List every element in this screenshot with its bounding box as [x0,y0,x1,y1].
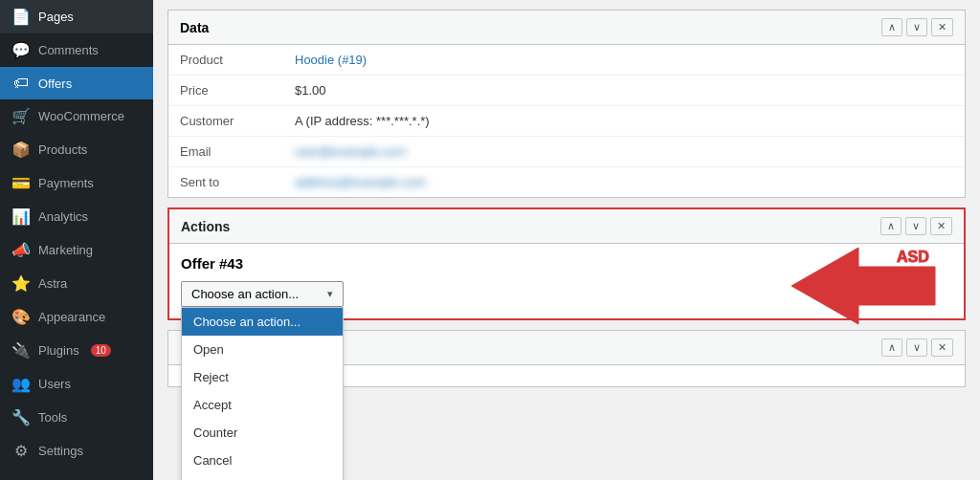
chevron-down-icon: ▾ [327,288,333,300]
astra-icon: ⭐ [11,274,31,293]
sidebar-item-appearance[interactable]: 🎨 Appearance [0,300,153,334]
sidebar-item-label: Marketing [38,243,93,257]
sidebar-item-comments[interactable]: 💬 Comments [0,33,153,67]
dropdown-container: Choose an action... ▾ Choose an action..… [181,281,344,307]
row-value: $1.00 [283,76,965,106]
action-dropdown-trigger[interactable]: Choose an action... ▾ [181,281,344,307]
row-value: user@example.com [283,137,965,167]
actions-panel-down-btn[interactable]: ∨ [905,217,926,235]
data-panel-up-btn[interactable]: ∧ [881,18,902,36]
comments-icon: 💬 [11,41,31,59]
offers-icon: 🏷 [11,75,31,92]
offer-title: Offer #43 [181,255,952,272]
data-table: Product Hoodie (#19) Price $1.00 Custome… [168,45,965,197]
analytics-icon: 📊 [11,207,31,226]
dropdown-option-reject[interactable]: Reject [182,363,343,391]
sidebar-item-woocommerce[interactable]: 🛒 WooCommerce [0,99,153,133]
sidebar-item-plugins[interactable]: 🔌 Plugins 10 [0,334,153,367]
dropdown-option-open[interactable]: Open [182,336,343,363]
product-link[interactable]: Hoodie (#19) [295,53,367,67]
woocommerce-icon: 🛒 [11,107,31,125]
sidebar-item-tools[interactable]: 🔧 Tools [0,401,153,434]
email-value: user@example.com [295,144,406,159]
sidebar-item-label: Users [38,377,71,391]
tools-icon: 🔧 [11,408,31,426]
action-dropdown-menu: Choose an action... Open Reject Accept C… [181,307,344,480]
sidebar-item-astra[interactable]: ⭐ Astra [0,267,153,300]
actions-panel-up-btn[interactable]: ∧ [880,217,902,235]
sent-to-value: address@example.com [295,175,426,189]
data-panel-controls: ∧ ∨ ✕ [881,18,953,36]
dropdown-option-choose[interactable]: Choose an action... [182,308,343,336]
actions-panel-close-btn[interactable]: ✕ [930,217,952,235]
actions-panel-header: Actions ∧ ∨ ✕ [169,209,964,244]
sidebar-item-label: Payments [38,176,94,190]
table-row: Price $1.00 [168,76,965,106]
sidebar-item-label: Tools [38,410,67,425]
row-label: Customer [168,106,283,137]
sidebar-item-label: Products [38,142,87,157]
table-row: Customer A (IP address: ***.***.*.*) [168,106,965,137]
sidebar-item-zeptomail[interactable]: ✉ ZeptoMail [0,468,153,480]
sidebar-item-label: Settings [38,444,83,458]
users-icon: 👥 [11,375,31,393]
actions-panel: Actions ∧ ∨ ✕ Offer #43 Choose an action… [167,207,966,320]
sidebar-item-label: Pages [38,10,74,24]
sidebar: 📄 Pages 💬 Comments 🏷 Offers 🛒 WooCommerc… [0,0,153,480]
bottom-panel-up-btn[interactable]: ∧ [881,338,902,357]
plugins-icon: 🔌 [11,341,31,360]
sidebar-item-offers[interactable]: 🏷 Offers [0,67,153,99]
row-label: Sent to [168,167,283,198]
row-label: Price [168,76,283,106]
actions-panel-title: Actions [181,219,230,234]
table-row: Sent to address@example.com [168,167,965,198]
sidebar-item-label: Appearance [38,310,105,324]
sidebar-item-products[interactable]: 📦 Products [0,133,153,166]
data-panel-close-btn[interactable]: ✕ [931,18,953,36]
sidebar-item-marketing[interactable]: 📣 Marketing [0,233,153,267]
row-label: Email [168,137,283,167]
main-content: Data ∧ ∨ ✕ Product Hoodie (#19) Price $1… [153,0,980,480]
products-icon: 📦 [11,141,31,159]
row-value: A (IP address: ***.***.*.*) [283,106,965,137]
sidebar-item-settings[interactable]: ⚙ Settings [0,434,153,468]
dropdown-option-counter[interactable]: Counter [182,419,343,447]
payments-icon: 💳 [11,174,31,192]
sidebar-item-label: Astra [38,276,67,291]
data-panel-down-btn[interactable]: ∨ [906,18,927,36]
row-value: Hoodie (#19) [283,45,965,76]
table-row: Product Hoodie (#19) [168,45,965,76]
sidebar-item-label: Offers [38,76,72,91]
data-panel: Data ∧ ∨ ✕ Product Hoodie (#19) Price $1… [167,10,966,198]
bottom-panel-controls: ∧ ∨ ✕ [881,338,953,357]
dropdown-option-accept[interactable]: Accept [182,391,343,419]
sidebar-item-users[interactable]: 👥 Users [0,367,153,401]
zeptomail-icon: ✉ [11,475,31,480]
row-value: address@example.com [283,167,965,198]
plugins-badge: 10 [91,344,111,357]
appearance-icon: 🎨 [11,308,31,326]
data-panel-title: Data [180,20,209,35]
marketing-icon: 📣 [11,241,31,259]
bottom-panel-down-btn[interactable]: ∨ [906,338,927,357]
sidebar-item-payments[interactable]: 💳 Payments [0,166,153,200]
sidebar-item-label: Plugins [38,343,79,358]
sidebar-item-label: WooCommerce [38,109,124,123]
data-panel-header: Data ∧ ∨ ✕ [168,11,965,45]
sidebar-item-analytics[interactable]: 📊 Analytics [0,200,153,233]
sidebar-item-label: Analytics [38,209,88,224]
sidebar-item-pages[interactable]: 📄 Pages [0,0,153,33]
pages-icon: 📄 [11,8,31,26]
actions-panel-controls: ∧ ∨ ✕ [880,217,952,235]
sidebar-item-label: Comments [38,43,99,57]
row-label: Product [168,45,283,76]
actions-body: Offer #43 Choose an action... ▾ Choose a… [169,244,964,318]
bottom-panel-close-btn[interactable]: ✕ [931,338,953,357]
table-row: Email user@example.com [168,137,965,167]
dropdown-selected-label: Choose an action... [191,287,299,301]
settings-icon: ⚙ [11,442,31,460]
dropdown-option-cancel[interactable]: Cancel [182,447,343,474]
dropdown-option-complete[interactable]: Complete [182,474,343,480]
